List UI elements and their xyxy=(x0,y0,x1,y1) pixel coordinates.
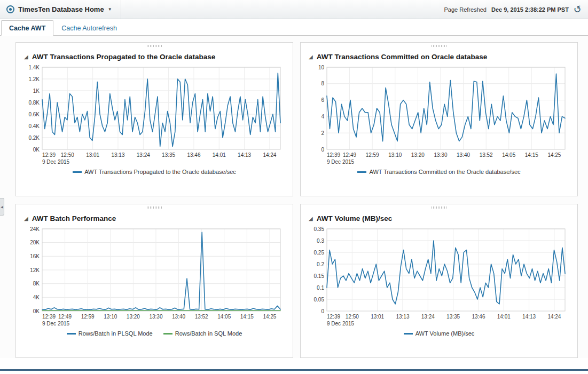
page-refreshed-time: Dec 9, 2015 2:38:22 PM PST xyxy=(491,6,569,13)
svg-text:12K: 12K xyxy=(30,267,40,273)
svg-text:0K: 0K xyxy=(33,147,40,153)
legend-item[interactable]: AWT Transactions Propagated to the Oracl… xyxy=(73,169,236,175)
tab-bar: Cache AWT Cache Autorefresh xyxy=(0,19,588,36)
svg-text:13:01: 13:01 xyxy=(86,152,99,158)
legend-item[interactable]: AWT Volume (MB)/sec xyxy=(404,330,475,337)
svg-text:13:10: 13:10 xyxy=(388,152,402,158)
tab-cache-autorefresh[interactable]: Cache Autorefresh xyxy=(53,20,125,36)
svg-text:24K: 24K xyxy=(30,226,40,232)
page-refreshed-info: Page Refreshed Dec 9, 2015 2:38:22 PM PS… xyxy=(444,5,588,14)
drag-handle-icon[interactable] xyxy=(432,45,446,47)
svg-text:13:46: 13:46 xyxy=(187,152,200,158)
svg-text:13:20: 13:20 xyxy=(411,152,425,158)
svg-text:16K: 16K xyxy=(30,253,40,259)
svg-text:0.25: 0.25 xyxy=(314,250,325,256)
svg-text:13:52: 13:52 xyxy=(480,152,493,158)
svg-text:13:46: 13:46 xyxy=(472,314,485,320)
drag-handle-icon[interactable] xyxy=(147,45,162,47)
svg-text:9 Dec 2015: 9 Dec 2015 xyxy=(42,159,70,165)
svg-text:20K: 20K xyxy=(30,240,40,245)
legend-swatch xyxy=(357,171,366,173)
svg-text:13:10: 13:10 xyxy=(104,314,117,320)
svg-text:8K: 8K xyxy=(33,281,40,287)
svg-text:13:35: 13:35 xyxy=(162,152,175,158)
svg-text:13:35: 13:35 xyxy=(446,314,460,320)
svg-text:0.2K: 0.2K xyxy=(28,135,40,141)
legend-swatch xyxy=(67,333,76,335)
bottom-splitter[interactable] xyxy=(0,369,588,371)
drag-handle-icon[interactable] xyxy=(432,206,446,209)
refresh-icon[interactable]: ↺ xyxy=(573,4,583,15)
page-refreshed-label: Page Refreshed xyxy=(444,6,487,13)
chart-title: AWT Transactions Propagated to the Oracl… xyxy=(32,53,216,61)
svg-text:13:13: 13:13 xyxy=(111,152,124,158)
chart-marker-icon: ◢ xyxy=(309,216,313,221)
chart-marker-icon: ◢ xyxy=(24,216,28,221)
svg-text:2: 2 xyxy=(321,130,324,136)
svg-text:0.2: 0.2 xyxy=(317,261,324,267)
svg-text:12:39: 12:39 xyxy=(42,314,56,320)
dashboard-grid: ◢ AWT Transactions Propagated to the Ora… xyxy=(0,36,588,358)
svg-text:9 Dec 2015: 9 Dec 2015 xyxy=(327,159,355,165)
chart-legend: AWT Transactions Committed on the Oracle… xyxy=(301,169,577,175)
svg-text:13:24: 13:24 xyxy=(137,152,150,158)
svg-text:14:25: 14:25 xyxy=(547,152,561,158)
chart-panel-awt-propagated: ◢ AWT Transactions Propagated to the Ora… xyxy=(15,42,293,196)
chart-panel-awt-batch-performance: ◢ AWT Batch Performance 0K4K8K12K16K20K2… xyxy=(15,204,293,358)
line-chart-awt-batch: 0K4K8K12K16K20K24K12:3912:4912:5913:1013… xyxy=(21,225,288,330)
svg-text:14:15: 14:15 xyxy=(525,152,538,158)
svg-text:0.05: 0.05 xyxy=(314,297,325,303)
svg-text:12:50: 12:50 xyxy=(61,152,74,158)
svg-text:0K: 0K xyxy=(33,308,40,314)
chart-panel-awt-volume: ◢ AWT Volume (MB)/sec 00.050.10.150.20.2… xyxy=(300,204,578,358)
chart-marker-icon: ◢ xyxy=(309,54,313,60)
svg-text:12:39: 12:39 xyxy=(327,152,340,158)
svg-text:14:05: 14:05 xyxy=(502,152,515,158)
svg-text:12:39: 12:39 xyxy=(327,314,340,320)
svg-text:14:13: 14:13 xyxy=(238,152,251,158)
svg-text:12:49: 12:49 xyxy=(343,152,356,158)
legend-item[interactable]: Rows/Batch in PLSQL Mode xyxy=(67,330,153,337)
svg-text:10: 10 xyxy=(318,65,325,70)
svg-text:13:20: 13:20 xyxy=(127,314,140,320)
chart-panel-awt-committed: ◢ AWT Transactions Committed on Oracle d… xyxy=(300,42,578,196)
legend-swatch xyxy=(404,333,413,335)
svg-text:9 Dec 2015: 9 Dec 2015 xyxy=(42,321,70,327)
svg-text:12:59: 12:59 xyxy=(366,152,379,158)
drag-handle-icon[interactable] xyxy=(147,206,162,209)
svg-text:0: 0 xyxy=(321,308,324,314)
svg-text:0.3: 0.3 xyxy=(317,238,324,244)
svg-text:6: 6 xyxy=(321,97,324,103)
svg-text:12:59: 12:59 xyxy=(81,314,95,320)
svg-text:12:50: 12:50 xyxy=(346,314,359,320)
svg-text:13:13: 13:13 xyxy=(396,314,409,320)
svg-text:12:49: 12:49 xyxy=(58,314,72,320)
svg-text:13:40: 13:40 xyxy=(172,314,185,320)
page-title: TimesTen Database Home xyxy=(18,5,104,13)
svg-text:12:39: 12:39 xyxy=(42,152,56,158)
top-header: TimesTen Database Home ▼ Page Refreshed … xyxy=(0,0,588,19)
line-chart-awt-committed: 024681012:3912:4912:5913:1013:2013:3013:… xyxy=(305,63,573,169)
svg-text:13:40: 13:40 xyxy=(457,152,470,158)
tab-cache-awt[interactable]: Cache AWT xyxy=(1,20,53,36)
svg-text:1.2K: 1.2K xyxy=(28,76,40,82)
chevron-down-icon: ▼ xyxy=(108,7,112,12)
svg-text:0.8K: 0.8K xyxy=(28,100,40,106)
legend-item[interactable]: Rows/Batch in SQL Mode xyxy=(163,330,242,337)
chart-marker-icon: ◢ xyxy=(24,54,28,60)
svg-text:13:01: 13:01 xyxy=(371,314,384,320)
svg-text:4: 4 xyxy=(321,114,324,120)
database-home-menu[interactable]: TimesTen Database Home ▼ xyxy=(0,0,121,19)
legend-item[interactable]: AWT Transactions Committed on the Oracle… xyxy=(357,169,520,175)
svg-text:13:30: 13:30 xyxy=(434,152,447,158)
svg-text:13:52: 13:52 xyxy=(195,314,208,320)
region-collapse-handle[interactable]: ◀ xyxy=(0,198,4,216)
svg-text:0.1: 0.1 xyxy=(317,285,324,291)
line-chart-awt-volume: 00.050.10.150.20.250.30.3512:3912:5013:0… xyxy=(305,225,573,330)
legend-label: AWT Transactions Committed on the Oracle… xyxy=(369,169,520,175)
svg-text:4K: 4K xyxy=(33,295,40,300)
svg-text:13:30: 13:30 xyxy=(149,314,162,320)
svg-text:0: 0 xyxy=(321,147,324,153)
line-chart-awt-propagated: 0K0.2K0.4K0.6K0.8K1K1.2K1.4K12:3912:5013… xyxy=(21,63,288,169)
legend-label: Rows/Batch in PLSQL Mode xyxy=(79,330,153,337)
